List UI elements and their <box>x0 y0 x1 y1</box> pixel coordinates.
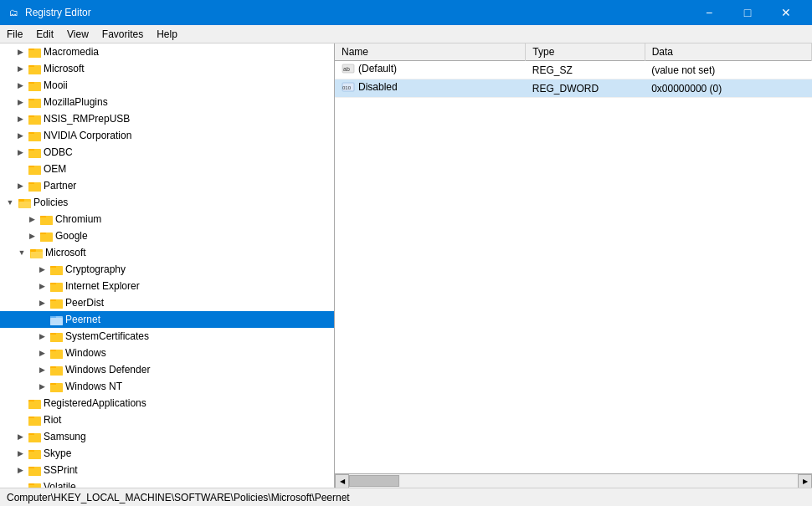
tree-label: OEM <box>44 163 66 175</box>
tree-item-regapps[interactable]: RegisteredApplications <box>0 395 334 411</box>
tree-item-nvidia[interactable]: NVIDIA Corporation <box>0 127 334 144</box>
expand-cryptography[interactable] <box>35 263 49 276</box>
expand-mozillaplugins[interactable] <box>13 95 27 109</box>
tree-item-odbc[interactable]: ODBC <box>0 144 334 161</box>
tree-item-cryptography[interactable]: Cryptography <box>0 261 334 278</box>
tree-item-microsoft-top[interactable]: Microsoft <box>0 60 334 77</box>
tree-item-microsoft-pol[interactable]: Microsoft <box>0 244 334 261</box>
svg-rect-62 <box>50 385 63 392</box>
tree-item-volatile[interactable]: Volatile <box>0 478 334 488</box>
folder-icon <box>28 113 42 125</box>
expand-nsis[interactable] <box>13 112 27 125</box>
tree-label: Peernet <box>65 314 100 325</box>
svg-rect-35 <box>40 234 53 242</box>
tree-item-ssprint[interactable]: SSPrint <box>0 462 334 478</box>
folder-icon <box>28 46 42 58</box>
expand-windefender[interactable] <box>35 363 49 376</box>
expand-samsung[interactable] <box>13 430 27 443</box>
reg-sz-icon: ab <box>342 63 355 74</box>
tree-item-windefender[interactable]: Windows Defender <box>0 361 334 378</box>
tree-item-iexplorer[interactable]: Internet Explorer <box>0 278 334 294</box>
type-cell: REG_DWORD <box>526 79 645 98</box>
close-button[interactable]: ✕ <box>767 0 805 25</box>
scroll-left-btn[interactable]: ◀ <box>335 474 349 488</box>
tree-label: SSPrint <box>44 464 78 476</box>
tree-item-mooii[interactable]: Mooii <box>0 77 334 94</box>
menu-edit[interactable]: Edit <box>29 25 60 43</box>
menu-file[interactable]: File <box>0 25 29 43</box>
tree-item-peernet[interactable]: Peernet <box>0 311 334 328</box>
menu-help[interactable]: Help <box>150 25 184 43</box>
tree-item-macromedia[interactable]: Macromedia <box>0 43 334 60</box>
minimize-button[interactable]: − <box>690 0 728 25</box>
detail-panel: Name Type Data ab <box>335 43 812 488</box>
tree-item-skype[interactable]: Skype <box>0 445 334 462</box>
folder-icon <box>28 464 42 476</box>
svg-rect-71 <box>28 435 41 442</box>
svg-rect-11 <box>28 100 41 108</box>
folder-icon <box>50 280 64 292</box>
tree-item-google[interactable]: Google <box>0 227 334 244</box>
tree-item-mozillaplugins[interactable]: MozillaPlugins <box>0 94 334 110</box>
expand-microsoft-top[interactable] <box>13 62 27 75</box>
tree-panel[interactable]: Macromedia Microsoft Mooii <box>0 43 335 488</box>
expand-mooii[interactable] <box>13 79 27 92</box>
scroll-thumb[interactable] <box>349 475 399 487</box>
expand-microsoft-pol[interactable] <box>15 246 28 259</box>
detail-scrollbar-h[interactable]: ◀ ▶ <box>335 473 812 488</box>
title-bar: 🗂 Registry Editor − □ ✕ <box>0 0 812 25</box>
table-row[interactable]: 010 Disabled REG_DWORD 0x00000000 (0) <box>335 79 812 98</box>
col-type[interactable]: Type <box>526 43 645 61</box>
folder-icon <box>28 397 42 409</box>
folder-icon <box>50 314 64 325</box>
svg-rect-47 <box>50 301 63 309</box>
expand-macromedia[interactable] <box>13 45 27 59</box>
tree-item-samsung[interactable]: Samsung <box>0 428 334 445</box>
tree-item-peerdist[interactable]: PeerDist <box>0 294 334 311</box>
svg-text:ab: ab <box>343 66 350 72</box>
folder-icon-open <box>18 197 32 208</box>
tree-item-systemcerts[interactable]: SystemCertificates <box>0 328 334 345</box>
expand-ssprint[interactable] <box>13 463 27 477</box>
tree-label: Microsoft <box>45 247 86 258</box>
col-name[interactable]: Name <box>335 43 526 61</box>
expand-systemcerts[interactable] <box>35 330 49 343</box>
tree-item-partner[interactable]: Partner <box>0 177 334 194</box>
tree-item-windows[interactable]: Windows <box>0 345 334 361</box>
menu-view[interactable]: View <box>60 25 95 43</box>
expand-nvidia[interactable] <box>13 129 27 142</box>
expand-google[interactable] <box>25 229 39 243</box>
expand-iexplorer[interactable] <box>35 279 49 293</box>
content-area: Macromedia Microsoft Mooii <box>0 43 812 488</box>
folder-icon <box>50 347 64 359</box>
tree-item-policies[interactable]: Policies <box>0 194 334 211</box>
menu-favorites[interactable]: Favorites <box>95 25 150 43</box>
expand-skype[interactable] <box>13 447 27 460</box>
data-cell: (value not set) <box>645 61 811 79</box>
tree-item-oem[interactable]: OEM <box>0 161 334 177</box>
tree-item-riot[interactable]: Riot <box>0 411 334 428</box>
svg-rect-32 <box>40 217 53 225</box>
svg-rect-74 <box>28 452 41 459</box>
col-data[interactable]: Data <box>645 43 811 61</box>
tree-item-winnt[interactable]: Windows NT <box>0 378 334 395</box>
expand-peerdist[interactable] <box>35 296 49 309</box>
expand-odbc[interactable] <box>13 146 27 159</box>
svg-rect-41 <box>50 268 63 275</box>
scroll-track[interactable] <box>349 474 798 488</box>
folder-icon-open <box>30 247 44 258</box>
tree-item-chromium[interactable]: Chromium <box>0 211 334 227</box>
expand-winnt[interactable] <box>35 380 49 393</box>
expand-policies[interactable] <box>3 196 17 209</box>
expand-chromium[interactable] <box>25 212 39 226</box>
expand-partner[interactable] <box>13 179 27 192</box>
expand-windows[interactable] <box>35 346 49 360</box>
tree-label: Windows NT <box>65 381 122 392</box>
maximize-button[interactable]: □ <box>728 0 767 25</box>
tree-item-nsis[interactable]: NSIS_RMPrepUSB <box>0 110 334 127</box>
table-row[interactable]: ab (Default) REG_SZ (value not set) <box>335 61 812 79</box>
scroll-right-btn[interactable]: ▶ <box>798 474 812 488</box>
folder-icon <box>28 481 42 488</box>
name-cell: 010 Disabled <box>335 79 526 98</box>
folder-icon <box>40 230 54 242</box>
